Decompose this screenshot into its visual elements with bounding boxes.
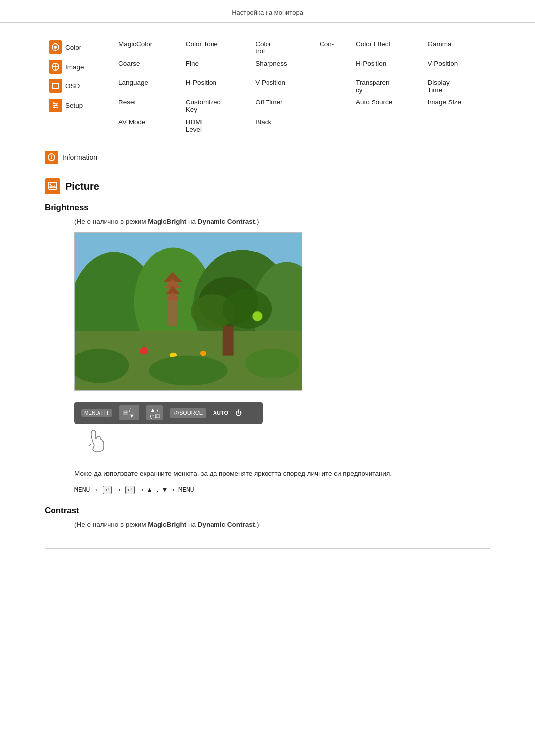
svg-point-38 bbox=[245, 349, 300, 378]
nav-cell: Image Size bbox=[424, 96, 490, 116]
remote-btn-enter-down: ↵ / ▼ bbox=[119, 405, 140, 420]
remote-power-btn: ⏻ bbox=[235, 409, 242, 417]
nav-cell: Color Tone bbox=[182, 38, 252, 57]
remote-bar: MENU/TTT ↵ / ▼ ▲ / (↑)□ ↺/SOURCE AUTO ⏻ … bbox=[74, 402, 263, 424]
svg-point-36 bbox=[200, 351, 206, 356]
nav-cell: Coarse bbox=[114, 57, 182, 76]
info-icon bbox=[45, 151, 58, 164]
picture-section-icon bbox=[45, 178, 60, 194]
svg-point-33 bbox=[252, 311, 262, 321]
nav-cell bbox=[316, 57, 352, 76]
nav-cell: Transparen-cy bbox=[352, 76, 424, 96]
remote-btn-source: ↺/SOURCE bbox=[170, 408, 206, 418]
svg-point-11 bbox=[54, 106, 55, 108]
picture-section-title: Picture bbox=[65, 181, 99, 192]
brightness-body-text: Може да използвате екранните менюта, за … bbox=[74, 469, 421, 479]
nav-cell: V-Position bbox=[251, 76, 316, 96]
osd-label: OSD bbox=[65, 82, 80, 90]
image-icon bbox=[49, 60, 62, 74]
page-header: Настройка на монитора bbox=[0, 0, 535, 23]
nav-cell bbox=[316, 96, 352, 116]
nav-cell: H-Position bbox=[352, 57, 424, 76]
garden-photo-image bbox=[75, 233, 302, 390]
nav-cell: Gamma bbox=[424, 38, 490, 57]
image-label: Image bbox=[65, 63, 84, 71]
svg-rect-4 bbox=[52, 83, 59, 88]
setup-label: Setup bbox=[65, 102, 83, 109]
nav-cell: Off Timer bbox=[251, 96, 316, 116]
svg-point-34 bbox=[140, 347, 148, 355]
nav-cell: Reset bbox=[114, 96, 182, 116]
contrast-title: Contrast bbox=[45, 506, 490, 516]
remote-btn-up-brightness: ▲ / (↑)□ bbox=[146, 405, 162, 420]
color-label: Color bbox=[65, 44, 81, 51]
info-row: Information bbox=[45, 151, 490, 164]
remote-control-container: MENU/TTT ↵ / ▼ ▲ / (↑)□ ↺/SOURCE AUTO ⏻ … bbox=[74, 402, 302, 454]
contrast-note: (Не е налично в режим MagicBright на Dyn… bbox=[74, 521, 490, 528]
garden-photo bbox=[74, 232, 302, 391]
svg-point-9 bbox=[53, 102, 55, 104]
nav-row-avmode: AV Mode HDMILevel Black bbox=[45, 116, 490, 136]
nav-cell bbox=[316, 76, 352, 96]
svg-marker-16 bbox=[48, 185, 57, 188]
svg-point-14 bbox=[51, 155, 52, 156]
nav-cell: HDMILevel bbox=[182, 116, 252, 136]
svg-point-32 bbox=[223, 289, 272, 329]
remote-menu-label: MENU/TTT bbox=[81, 409, 112, 417]
color-icon bbox=[49, 40, 62, 54]
brightness-menu-path: MENU → ↵ → ↵ → ▲ , ▼ → MENU bbox=[74, 486, 490, 494]
nav-cell: Fine bbox=[182, 57, 252, 76]
nav-table: Color MagicColor Color Tone Colortrol Co… bbox=[45, 38, 490, 136]
menu-enter-icon: ↵ bbox=[103, 486, 112, 494]
page-title: Настройка на монитора bbox=[232, 9, 303, 16]
information-label: Information bbox=[62, 153, 97, 161]
nav-cell: V-Position bbox=[424, 57, 490, 76]
osd-icon bbox=[49, 79, 62, 93]
nav-cell: CustomizedKey bbox=[182, 96, 252, 116]
nav-cell: MagicColor bbox=[114, 38, 182, 57]
brightness-title: Brightness bbox=[45, 203, 490, 213]
svg-text:↵: ↵ bbox=[124, 410, 127, 415]
svg-rect-15 bbox=[48, 182, 57, 189]
nav-row-osd: OSD Language H-Position V-Position Trans… bbox=[45, 76, 490, 96]
svg-point-39 bbox=[149, 356, 227, 386]
nav-cell: Sharpness bbox=[251, 57, 316, 76]
picture-section-header: Picture bbox=[45, 178, 490, 194]
nav-cell: AV Mode bbox=[114, 116, 182, 136]
brightness-note: (Не е налично в режим MagicBright на Dyn… bbox=[74, 218, 490, 225]
nav-cell: H-Position bbox=[182, 76, 252, 96]
remote-auto-label: AUTO bbox=[213, 410, 228, 416]
nav-cell: Colortrol bbox=[251, 38, 316, 57]
nav-cell: Color Effect bbox=[352, 38, 424, 57]
menu-enter-icon2: ↵ bbox=[125, 486, 135, 494]
nav-cell: Language bbox=[114, 76, 182, 96]
nav-row-image: Image Coarse Fine Sharpness H-Position V… bbox=[45, 57, 490, 76]
nav-cell: DisplayTime bbox=[424, 76, 490, 96]
remote-minus-btn: — bbox=[249, 409, 256, 417]
nav-row-setup: Setup Reset CustomizedKey Off Timer Auto… bbox=[45, 96, 490, 116]
page-bottom-border bbox=[45, 548, 490, 549]
nav-cell: Con- bbox=[316, 38, 352, 57]
svg-point-1 bbox=[54, 46, 57, 49]
nav-cell: Auto Source bbox=[352, 96, 424, 116]
setup-icon bbox=[49, 99, 62, 112]
nav-cell: Black bbox=[251, 116, 316, 136]
nav-row-color: Color MagicColor Color Tone Colortrol Co… bbox=[45, 38, 490, 57]
svg-point-10 bbox=[55, 104, 57, 106]
hand-pointer-area bbox=[84, 425, 302, 454]
svg-point-17 bbox=[50, 184, 51, 185]
